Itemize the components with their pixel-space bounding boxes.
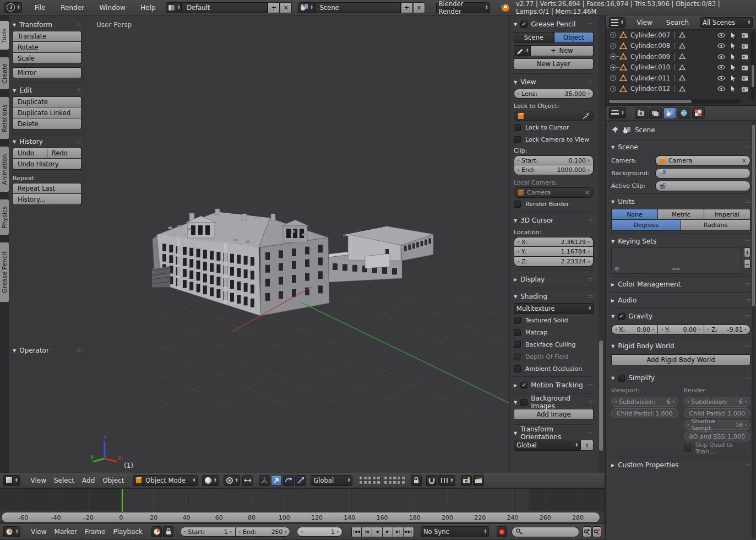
rotate-button[interactable]: Rotate [13,42,81,53]
editor-type-timeline-button[interactable]: ▴▾ [3,526,20,537]
render-border-row[interactable]: Render Border [514,198,594,210]
panel-scene-header[interactable]: ▼Scene∷∷ [611,141,750,153]
selectability-pointer-icon[interactable] [730,75,736,82]
expand-icon[interactable]: + [610,86,616,92]
undo-history-button[interactable]: Undo History [13,159,81,170]
simplify-checkbox[interactable] [618,375,625,382]
outliner-row[interactable]: +Cylinder.012| [606,84,756,95]
cursor-z-field[interactable]: ◂Z:2.23324▸ [514,257,594,267]
panel-shading-header[interactable]: ▼Shading∷∷ [514,290,594,303]
sync-select[interactable]: No Sync ▴▾ [421,526,489,537]
redo-button[interactable]: Redo [47,148,81,159]
npanel-scrollbar[interactable] [599,15,603,473]
outliner-item-label[interactable]: Cylinder.008 [630,42,670,50]
panel-display-header[interactable]: ▶Display∷∷ [514,273,594,286]
panel-units-header[interactable]: ▼Units∷∷ [611,196,750,208]
outliner-row[interactable]: +Cylinder.008| [606,41,756,52]
opengl-render-button[interactable] [461,475,472,486]
lock-camera-checkbox[interactable] [514,136,521,143]
add-layout-button[interactable]: + [268,2,280,13]
undo-button[interactable]: Undo [13,148,47,159]
manipulator-rotate-button[interactable] [283,475,294,486]
lock-camera-row[interactable]: Lock Camera to View [514,133,594,145]
current-frame-line[interactable] [122,489,123,512]
delete-scene-button[interactable]: × [413,2,425,13]
duplicate-linked-button[interactable]: Duplicate Linked [13,107,81,118]
editor-type-properties-button[interactable]: ▴▾ [609,107,626,118]
jump-next-keyframe-button[interactable]: ▶| [393,527,404,537]
add-rigid-body-world-button[interactable]: Add Rigid Body World [611,354,750,365]
editor-type-info-button[interactable]: i ▴▾ [4,2,22,13]
tab-physics[interactable]: Physics [0,199,9,235]
backface-culling-checkbox[interactable] [514,341,521,348]
outliner-item-label[interactable]: Cylinder.007 [630,31,670,39]
remove-keying-set-button[interactable]: − [744,259,750,269]
selectability-pointer-icon[interactable] [730,64,736,71]
panel-history-header[interactable]: ▼History∷∷ [13,136,81,148]
jump-prev-keyframe-button[interactable]: |◀ [362,527,372,537]
tab-texture[interactable] [692,107,705,119]
play-button[interactable]: ▶ [383,527,393,537]
local-camera-field[interactable]: Camera × [514,187,594,198]
expand-icon[interactable]: + [610,75,616,81]
insert-keyframe-button[interactable] [583,526,591,537]
selectability-pointer-icon[interactable] [730,53,736,60]
outliner-vscrollbar[interactable] [751,31,755,100]
snap-toggle-button[interactable] [426,475,437,486]
add-image-button[interactable]: Add Image [514,409,594,420]
opengl-render-anim-button[interactable] [473,475,484,486]
panel-operator-header[interactable]: ▼Operator∷∷ [13,344,81,357]
outliner-row[interactable]: +Cylinder.009| [606,51,756,62]
layers-widget-left[interactable] [359,476,380,484]
panel-transform-header[interactable]: ▼Transform∷∷ [13,19,81,31]
play-reverse-button[interactable]: ◀ [372,527,383,537]
history-more-button[interactable]: History... [13,194,81,205]
vp-menu-add[interactable]: Add [79,477,98,484]
outliner-menu-view[interactable]: View [633,19,655,26]
renderability-camera-icon[interactable] [741,43,748,49]
tab-grease-pencil[interactable]: Grease Pencil [0,242,9,302]
panel-motion-tracking-header[interactable]: ▶ ✓ Motion Tracking∷∷ [514,379,594,392]
active-keying-set-field[interactable] [512,527,579,537]
timeline-ruler[interactable]: -60-40-200204060801001201401601802002202… [1,512,600,523]
cursor-y-field[interactable]: ◂Y:1.16784▸ [514,247,594,257]
visibility-eye-icon[interactable] [717,43,725,48]
panel-audio-header[interactable]: ▶Audio∷∷ [611,294,750,306]
screen-layout-name-field[interactable]: Default [182,2,268,13]
gp-scene-button[interactable]: Scene [514,32,554,43]
manipulator-translate-button[interactable] [271,475,282,486]
units-imperial-button[interactable]: Imperial [704,209,750,220]
editor-type-outliner-button[interactable]: ▴▾ [609,17,626,28]
timeline-canvas[interactable]: -60-40-200204060801001201401601802002202… [0,488,605,523]
outliner-item-label[interactable]: Cylinder.011 [630,74,670,82]
background-scene-field[interactable] [655,168,750,179]
visibility-eye-icon[interactable] [717,64,725,70]
outliner-menu-search[interactable]: Search [663,19,692,26]
visibility-eye-icon[interactable] [717,54,725,60]
active-clip-field[interactable] [655,181,750,191]
panel-background-images-header[interactable]: ▼ Background Images∷∷ [514,396,594,409]
panel-color-management-header[interactable]: ▶Color Management∷∷ [611,278,750,290]
outliner-hscrollbar[interactable] [608,99,740,104]
visibility-eye-icon[interactable] [717,75,725,81]
delete-layout-button[interactable]: × [280,2,292,13]
gravity-x-field[interactable]: ◂X:0.00▸ [611,325,658,334]
renderability-camera-icon[interactable] [741,75,748,81]
panel-3d-cursor-header[interactable]: ▼3D Cursor∷∷ [514,214,594,227]
grease-pencil-checkbox[interactable]: ✓ [520,21,527,28]
motion-tracking-checkbox[interactable]: ✓ [520,382,527,389]
textured-solid-row[interactable]: Textured Solid [514,314,594,326]
lock-time-button[interactable] [163,526,173,537]
menu-render[interactable]: Render [57,4,88,12]
matcap-row[interactable]: Matcap [514,326,594,338]
frame-start-field[interactable]: ◂Start:1▸ [180,527,236,537]
gravity-z-field[interactable]: ◂Z:-9.81▸ [704,325,750,334]
cursor-x-field[interactable]: ◂X:2.36129▸ [514,237,594,247]
menu-window[interactable]: Window [96,4,129,12]
outliner-filter-select[interactable]: All Scenes ▴▾ [700,17,753,28]
clear-icon[interactable]: × [585,189,590,196]
tl-menu-frame[interactable]: Frame [81,528,108,536]
duplicate-button[interactable]: Duplicate [13,96,81,107]
auto-keyframe-button[interactable] [497,526,507,537]
clip-start-field[interactable]: ◂Start:0.100▸ [514,155,594,165]
